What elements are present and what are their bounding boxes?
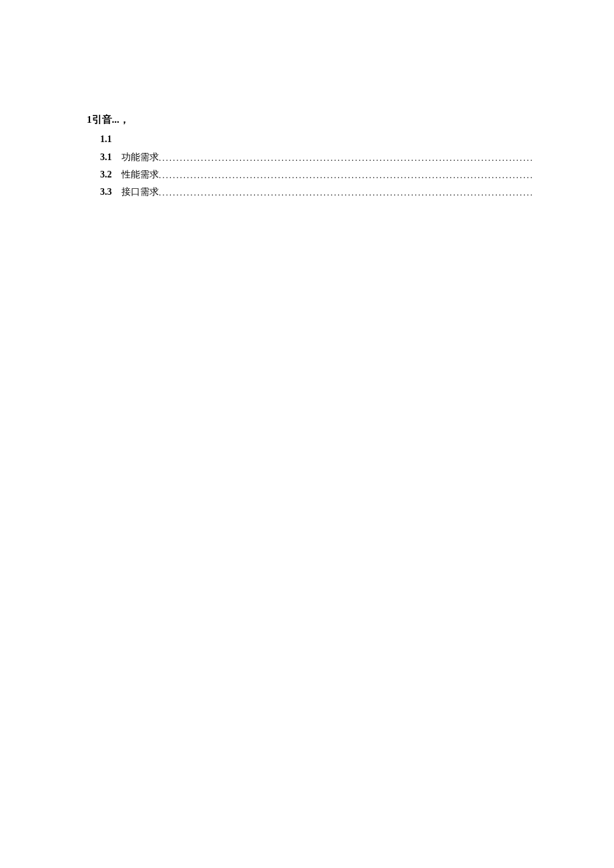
heading-1-text: 引音...， (92, 114, 129, 125)
document-page: 1引音...， 1.1 3.1 功能需求 3.2 性能需求 3.3 接口需求 (87, 113, 534, 203)
toc-entry-label: 功能需求 (121, 151, 159, 163)
toc-dot-leader (159, 153, 534, 163)
toc-entry: 3.1 功能需求 (100, 151, 534, 163)
toc-entry: 3.3 接口需求 (100, 186, 534, 198)
toc-entry-number: 3.3 (100, 187, 121, 197)
toc-entry-label: 性能需求 (121, 169, 159, 181)
heading-2-number: 1.1 (100, 134, 112, 144)
toc-entry: 3.2 性能需求 (100, 169, 534, 181)
toc-entry-number: 3.1 (100, 152, 121, 163)
toc-entry-number: 3.2 (100, 169, 121, 180)
toc-dot-leader (159, 187, 534, 198)
toc-dot-leader (159, 170, 534, 181)
heading-level-2: 1.1 (100, 134, 534, 145)
heading-1-number: 1 (87, 114, 92, 125)
toc-entry-label: 接口需求 (121, 186, 159, 198)
heading-level-1: 1引音...， (87, 113, 534, 126)
